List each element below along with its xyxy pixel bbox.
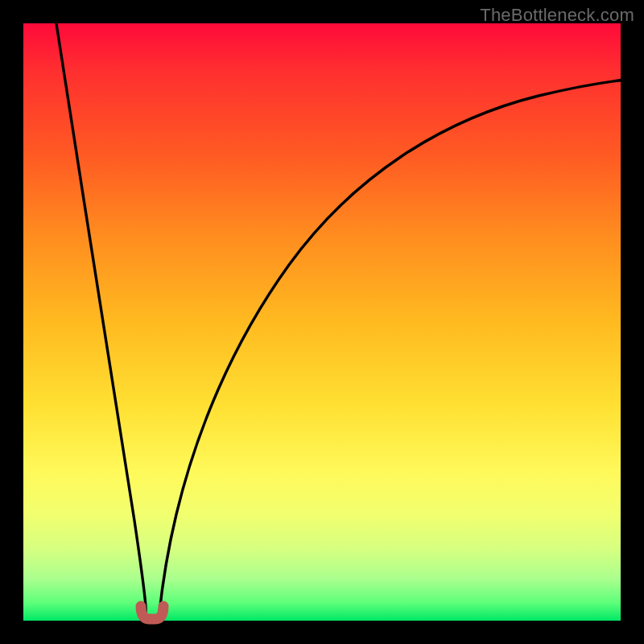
optimum-marker: [141, 606, 163, 619]
chart-frame: TheBottleneck.com: [0, 0, 644, 644]
right-branch: [159, 80, 625, 621]
plot-area: [23, 23, 621, 621]
bottleneck-curve: [23, 23, 621, 621]
left-branch: [56, 19, 146, 621]
watermark-text: TheBottleneck.com: [480, 5, 634, 26]
